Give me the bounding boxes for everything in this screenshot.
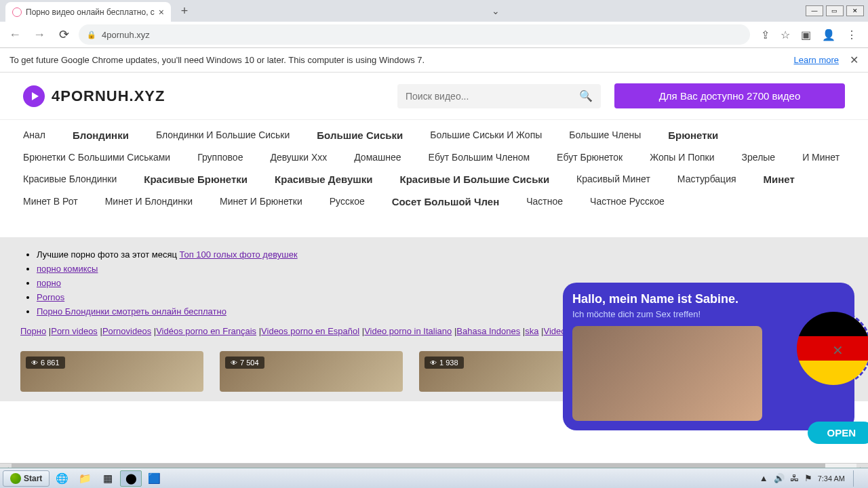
browser-tab[interactable]: Порно видео онлайн бесплатно, с × (5, 2, 171, 22)
list-item: Лучшие порно фото за этот месяц Топ 100 … (37, 249, 848, 260)
category-link[interactable]: Красивый Минет (576, 174, 650, 185)
cta-button[interactable]: Для Вас доступно 2700 видео (614, 83, 845, 108)
category-link[interactable]: Ебут Большим Членом (429, 152, 530, 163)
language-link[interactable]: Porn videos (51, 326, 98, 336)
category-link[interactable]: Анал (23, 129, 45, 141)
search-input[interactable] (406, 91, 579, 102)
play-icon (23, 85, 45, 107)
link[interactable]: Порно Блондинки смотреть онлайн бесплатн… (37, 306, 226, 317)
language-link[interactable]: ska (525, 326, 538, 336)
language-link[interactable]: Video porno in Italiano (364, 326, 452, 336)
taskbar-ie-icon[interactable]: 🌐 (51, 470, 73, 487)
category-link[interactable]: Групповое (197, 152, 243, 163)
tray-show-hidden-icon[interactable]: ▲ (760, 473, 768, 483)
category-link[interactable]: Блондинки И Большие Сиськи (156, 129, 290, 141)
view-count-badge: 7 504 (225, 357, 264, 369)
ad-image (572, 326, 762, 421)
category-link[interactable]: Домашнее (354, 152, 401, 163)
close-icon[interactable]: ✕ (832, 342, 844, 359)
category-link[interactable]: Брюнетки С Большими Сиськами (23, 152, 170, 163)
video-thumbnail[interactable]: 7 504 (220, 351, 403, 392)
category-link[interactable]: Зрелые (742, 152, 776, 163)
new-tab-button[interactable]: + (175, 1, 194, 20)
show-desktop-button[interactable] (853, 470, 861, 487)
menu-icon[interactable]: ⋮ (846, 28, 857, 41)
category-link[interactable]: Большие Сиськи (317, 129, 403, 141)
language-link[interactable]: Vidéos porno en Français (156, 326, 256, 336)
minimize-button[interactable]: — (806, 5, 823, 16)
category-link[interactable]: Минет И Блондинки (105, 196, 193, 207)
link[interactable]: порно (37, 278, 61, 288)
category-link[interactable]: Блондинки (73, 129, 129, 141)
category-link[interactable]: Брюнетки (668, 129, 718, 141)
category-link[interactable]: Мастурбация (677, 174, 736, 185)
reload-button[interactable]: ⟳ (54, 25, 73, 44)
category-link[interactable]: Красивые И Большие Сиськи (399, 174, 549, 185)
list-item: порно комиксы (37, 264, 848, 274)
bookmark-icon[interactable]: ☆ (781, 28, 790, 41)
category-link[interactable]: Красивые Блондинки (23, 174, 117, 185)
link[interactable]: порно комиксы (37, 264, 98, 274)
browser-chrome: Порно видео онлайн бесплатно, с × + ⌄ — … (0, 0, 868, 48)
view-count-badge: 6 861 (26, 357, 65, 369)
forward-button[interactable]: → (30, 25, 49, 44)
category-link[interactable]: Частное (526, 196, 563, 207)
category-link[interactable]: Минет (764, 174, 795, 185)
site-logo[interactable]: 4PORNUH.XYZ (23, 85, 165, 107)
category-link[interactable]: Русское (330, 196, 365, 207)
category-link[interactable]: И Минет (802, 152, 840, 163)
ad-title: Hallo, mein Name ist Sabine. (572, 292, 845, 306)
learn-more-link[interactable]: Learn more (794, 55, 839, 65)
tab-strip: Порно видео онлайн бесплатно, с × + ⌄ — … (0, 0, 868, 22)
language-link[interactable]: Порно (20, 326, 46, 336)
popup-ad[interactable]: Hallo, mein Name ist Sabine. Ich möchte … (563, 283, 854, 430)
profile-icon[interactable]: 👤 (822, 28, 835, 41)
link[interactable]: Топ 100 голых фото девушек (180, 249, 298, 260)
category-link[interactable]: Большие Члены (569, 129, 641, 141)
url-field[interactable]: 🔒 4pornuh.xyz (79, 24, 750, 45)
close-icon[interactable]: ✕ (850, 54, 859, 66)
language-link[interactable]: Videos porno en Español (261, 326, 359, 336)
tray-sound-icon[interactable]: 🔊 (774, 473, 785, 483)
category-link[interactable]: Ебут Брюнеток (557, 152, 623, 163)
maximize-button[interactable]: ▭ (826, 5, 844, 16)
tab-title: Порно видео онлайн бесплатно, с (26, 7, 155, 17)
open-button[interactable]: OPEN (808, 422, 868, 444)
video-thumbnail[interactable]: 6 861 (20, 351, 203, 392)
address-actions: ⇪ ☆ ▣ 👤 ⋮ (755, 28, 863, 41)
taskbar-app-icon[interactable]: ▦ (97, 470, 119, 487)
category-link[interactable]: Большие Сиськи И Жопы (430, 129, 542, 141)
side-panel-icon[interactable]: ▣ (801, 28, 811, 41)
view-count-badge: 1 938 (425, 357, 464, 369)
category-link[interactable]: Красивые Брюнетки (144, 174, 248, 185)
ad-subtitle: Ich möchte dich zum Sex treffen! (572, 309, 845, 319)
taskbar-edge-icon[interactable]: 🟦 (143, 470, 165, 487)
category-link[interactable]: Минет В Рот (23, 196, 78, 207)
page-content: 4PORNUH.XYZ 🔍 Для Вас доступно 2700 виде… (0, 73, 868, 463)
category-link[interactable]: Девушки Ххх (270, 152, 327, 163)
chevron-down-icon[interactable]: ⌄ (492, 5, 500, 16)
category-link[interactable]: Красивые Девушки (275, 174, 372, 185)
close-window-button[interactable]: ✕ (846, 5, 864, 16)
link[interactable]: Pornos (37, 292, 64, 302)
tray-flag-icon[interactable]: ⚑ (804, 473, 812, 483)
language-link[interactable]: Bahasa Indones (456, 326, 520, 336)
category-link[interactable]: Частное Русское (590, 196, 665, 207)
search-icon[interactable]: 🔍 (579, 89, 593, 102)
share-icon[interactable]: ⇪ (761, 28, 770, 41)
close-icon[interactable]: × (159, 7, 164, 18)
eye-icon (31, 359, 38, 367)
language-link[interactable]: Pornovideos (102, 326, 151, 336)
taskbar-explorer-icon[interactable]: 📁 (74, 470, 96, 487)
category-link[interactable]: Жопы И Попки (650, 152, 714, 163)
start-button[interactable]: Start (3, 470, 50, 487)
tray-network-icon[interactable]: 🖧 (790, 473, 799, 483)
clock[interactable]: 7:34 AM (818, 474, 845, 483)
taskbar-chrome-icon[interactable]: ⬤ (120, 470, 142, 487)
system-tray: ▲ 🔊 🖧 ⚑ 7:34 AM (760, 470, 865, 487)
category-link[interactable]: Сосет Большой Член (392, 196, 499, 207)
address-bar: ← → ⟳ 🔒 4pornuh.xyz ⇪ ☆ ▣ 👤 ⋮ (0, 22, 868, 47)
category-link[interactable]: Минет И Брюнетки (220, 196, 302, 207)
back-button[interactable]: ← (5, 25, 24, 44)
category-nav: АналБлондинкиБлондинки И Большие СиськиБ… (0, 119, 868, 217)
